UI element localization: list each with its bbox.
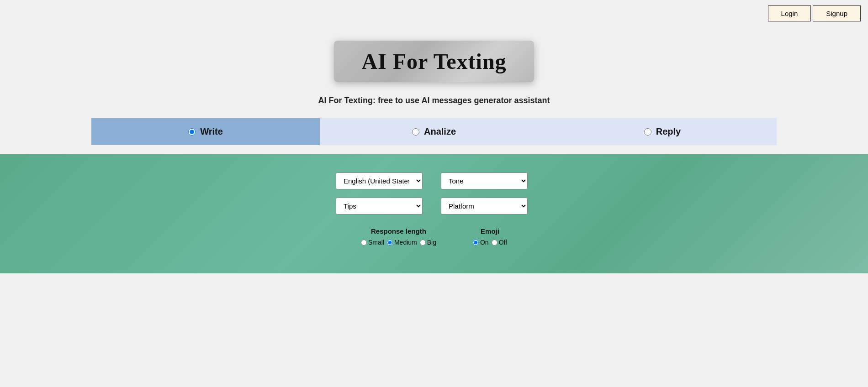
subtitle: AI For Texting: free to use AI messages … bbox=[318, 96, 550, 105]
tab-analize-label: Analize bbox=[424, 126, 456, 137]
emoji-on-radio[interactable] bbox=[473, 240, 479, 246]
response-length-group: Response length Small Medium Big bbox=[361, 227, 436, 246]
response-length-radios: Small Medium Big bbox=[361, 239, 436, 246]
response-big-text: Big bbox=[427, 239, 436, 246]
emoji-off-text: Off bbox=[499, 239, 507, 246]
emoji-group: Emoji On Off bbox=[473, 227, 507, 246]
tab-reply-radio[interactable] bbox=[644, 128, 651, 136]
response-small-label[interactable]: Small bbox=[361, 239, 384, 246]
login-button[interactable]: Login bbox=[768, 5, 811, 21]
tab-analize[interactable]: Analize bbox=[320, 118, 548, 145]
response-length-label: Response length bbox=[371, 227, 426, 235]
top-bar: Login Signup bbox=[0, 0, 868, 27]
response-small-radio[interactable] bbox=[361, 240, 367, 246]
platform-select[interactable]: Platform SMS Email WhatsApp Twitter bbox=[441, 198, 528, 214]
emoji-radios: On Off bbox=[473, 239, 507, 246]
logo-text: AI For Texting bbox=[361, 49, 506, 74]
response-big-label[interactable]: Big bbox=[420, 239, 436, 246]
tab-write[interactable]: Write bbox=[91, 118, 320, 145]
options-bottom: Response length Small Medium Big Emoji bbox=[361, 227, 507, 246]
tab-analize-radio[interactable] bbox=[412, 128, 419, 136]
response-medium-radio[interactable] bbox=[387, 240, 393, 246]
options-section: English (United States) Spanish French G… bbox=[0, 154, 868, 273]
tips-select[interactable]: Tips Tip 1 Tip 2 Tip 3 bbox=[336, 198, 423, 214]
tab-write-radio[interactable] bbox=[188, 128, 196, 136]
emoji-on-label[interactable]: On bbox=[473, 239, 489, 246]
emoji-off-radio[interactable] bbox=[492, 240, 498, 246]
tab-reply[interactable]: Reply bbox=[548, 118, 777, 145]
response-medium-label[interactable]: Medium bbox=[387, 239, 417, 246]
emoji-off-label[interactable]: Off bbox=[492, 239, 507, 246]
tone-select[interactable]: Tone Formal Casual Friendly Professional bbox=[441, 173, 528, 189]
logo-box: AI For Texting bbox=[334, 41, 534, 82]
emoji-label: Emoji bbox=[481, 227, 499, 235]
tabs-container: Write Analize Reply bbox=[91, 118, 777, 145]
options-grid: English (United States) Spanish French G… bbox=[336, 173, 532, 214]
tab-write-label: Write bbox=[200, 126, 223, 137]
language-select[interactable]: English (United States) Spanish French G… bbox=[336, 173, 423, 189]
response-big-radio[interactable] bbox=[420, 240, 426, 246]
hero-section: AI For Texting AI For Texting: free to u… bbox=[0, 27, 868, 154]
tab-reply-label: Reply bbox=[656, 126, 681, 137]
signup-button[interactable]: Signup bbox=[813, 5, 861, 21]
emoji-on-text: On bbox=[480, 239, 489, 246]
response-medium-text: Medium bbox=[394, 239, 417, 246]
response-small-text: Small bbox=[368, 239, 384, 246]
